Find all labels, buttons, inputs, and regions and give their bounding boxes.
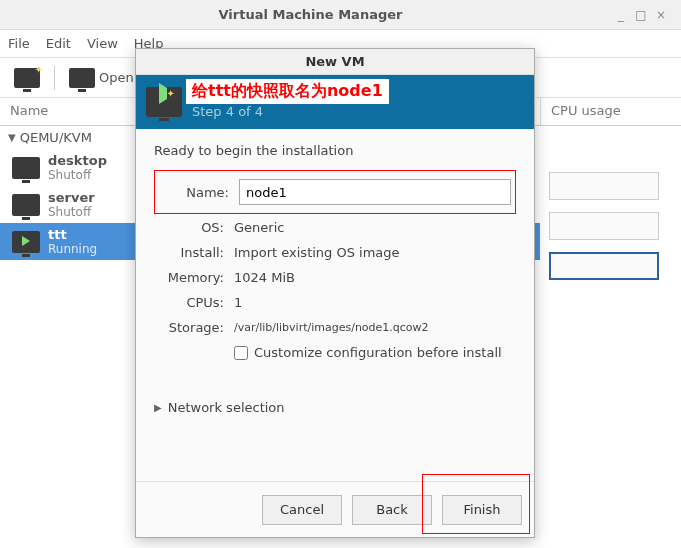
new-vm-button[interactable] (8, 65, 46, 91)
intro-text: Ready to begin the installation (154, 143, 516, 158)
cpus-label: CPUs: (154, 295, 224, 310)
monitor-icon (12, 157, 40, 179)
dialog-title: New VM (136, 49, 534, 75)
close-button[interactable]: × (651, 8, 671, 22)
connection-label: QEMU/KVM (20, 130, 92, 145)
vm-text: server Shutoff (48, 190, 95, 219)
storage-label: Storage: (154, 320, 224, 335)
vm-text: ttt Running (48, 227, 97, 256)
customize-row[interactable]: Customize configuration before install (234, 345, 516, 360)
name-highlight-box: Name: (154, 170, 516, 214)
vm-text: desktop Shutoff (48, 153, 107, 182)
customize-checkbox[interactable] (234, 346, 248, 360)
monitor-play-icon (12, 231, 40, 253)
install-label: Install: (154, 245, 224, 260)
vm-name: ttt (48, 227, 97, 242)
new-vm-dialog: New VM Step 4 of 4 给ttt的快照取名为node1 Ready… (135, 48, 535, 538)
new-vm-icon (14, 68, 40, 88)
cpu-graph-desktop (549, 172, 659, 200)
vm-name: server (48, 190, 95, 205)
os-label: OS: (154, 220, 224, 235)
vm-state: Running (48, 242, 97, 256)
window-title: Virtual Machine Manager (10, 7, 611, 22)
menu-edit[interactable]: Edit (46, 36, 71, 51)
cpu-graph-ttt (549, 252, 659, 280)
cpus-value: 1 (234, 295, 516, 310)
vm-name: desktop (48, 153, 107, 168)
cancel-button[interactable]: Cancel (262, 495, 342, 525)
cpu-graph-server (549, 212, 659, 240)
memory-label: Memory: (154, 270, 224, 285)
os-value: Generic (234, 220, 516, 235)
memory-value: 1024 MiB (234, 270, 516, 285)
back-button[interactable]: Back (352, 495, 432, 525)
customize-label: Customize configuration before install (254, 345, 502, 360)
toolbar-separator (54, 66, 55, 90)
chevron-down-icon: ▼ (8, 132, 16, 143)
network-selection-toggle[interactable]: ▶ Network selection (154, 400, 516, 415)
minimize-button[interactable]: _ (611, 8, 631, 22)
name-label: Name: (159, 185, 229, 200)
step-label: Step 4 of 4 (192, 104, 263, 119)
finish-button[interactable]: Finish (442, 495, 522, 525)
cpu-usage-column (541, 126, 681, 548)
open-vm-icon (69, 68, 95, 88)
maximize-button[interactable]: □ (631, 8, 651, 22)
header-cpu[interactable]: CPU usage (541, 98, 681, 125)
menu-file[interactable]: File (8, 36, 30, 51)
dialog-body: Ready to begin the installation Name: OS… (136, 129, 534, 481)
annotation-overlay: 给ttt的快照取名为node1 (186, 79, 389, 104)
monitor-icon (12, 194, 40, 216)
vm-state: Shutoff (48, 205, 95, 219)
network-label: Network selection (168, 400, 285, 415)
dialog-banner: Step 4 of 4 给ttt的快照取名为node1 (136, 75, 534, 129)
menu-view[interactable]: View (87, 36, 118, 51)
new-vm-banner-icon (146, 87, 182, 117)
name-input[interactable] (239, 179, 511, 205)
install-value: Import existing OS image (234, 245, 516, 260)
storage-value: /var/lib/libvirt/images/node1.qcow2 (234, 321, 516, 334)
triangle-right-icon: ▶ (154, 402, 162, 413)
open-label: Open (99, 70, 134, 85)
vm-state: Shutoff (48, 168, 107, 182)
titlebar: Virtual Machine Manager _ □ × (0, 0, 681, 30)
open-vm-button[interactable]: Open (63, 65, 140, 91)
dialog-buttons: Cancel Back Finish (136, 481, 534, 537)
